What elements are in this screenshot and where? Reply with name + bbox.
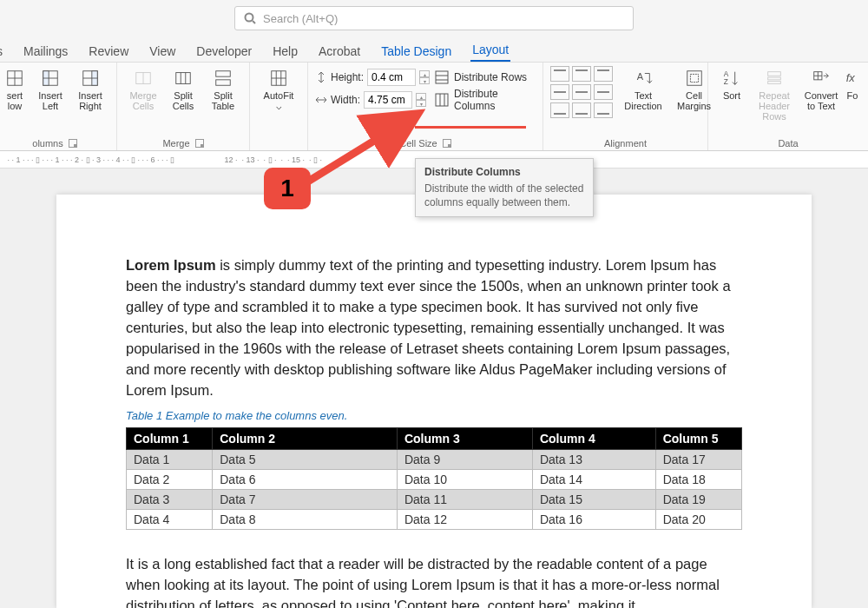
dialog-launcher-icon[interactable] bbox=[69, 139, 77, 148]
insert-right-button[interactable]: Insert Right bbox=[71, 66, 109, 113]
svg-rect-13 bbox=[176, 73, 191, 84]
svg-rect-27 bbox=[436, 94, 448, 106]
width-icon bbox=[315, 94, 327, 106]
svg-rect-36 bbox=[768, 72, 781, 76]
group-autofit: AutoFit⌵ bbox=[250, 63, 308, 150]
group-cell-size: Height: ▴▾ Width: ▴▾ Distribute Rows bbox=[308, 63, 543, 150]
document-area: Lorem Ipsum is simply dummy text of the … bbox=[0, 169, 868, 608]
dialog-launcher-icon[interactable] bbox=[195, 139, 204, 148]
svg-rect-17 bbox=[216, 80, 231, 85]
ribbon-tabs: s Mailings Review View Developer Help Ac… bbox=[0, 36, 868, 63]
height-label: Height: bbox=[331, 71, 364, 83]
height-spinner[interactable]: ▴▾ bbox=[419, 70, 430, 84]
repeat-header-rows-button[interactable]: Repeat Header Rows bbox=[750, 66, 799, 123]
paragraph-2[interactable]: It is a long established fact that a rea… bbox=[126, 554, 742, 608]
tooltip-body: Distribute the width of the selected col… bbox=[424, 182, 584, 209]
convert-to-text-button[interactable]: Convert to Text bbox=[800, 66, 842, 123]
svg-text:A: A bbox=[724, 70, 729, 78]
svg-line-1 bbox=[253, 21, 255, 23]
tab-acrobat[interactable]: Acrobat bbox=[317, 41, 362, 62]
distribute-columns-button[interactable]: Distribute Columns bbox=[430, 89, 536, 111]
svg-rect-38 bbox=[768, 82, 781, 84]
svg-rect-32 bbox=[690, 74, 698, 82]
svg-text:A: A bbox=[637, 71, 644, 82]
group-rows-columns: sertlow Insert Left Insert Right olumns bbox=[0, 63, 117, 150]
col-header[interactable]: Column 1 bbox=[127, 428, 213, 450]
ribbon: sertlow Insert Left Insert Right olumns … bbox=[0, 63, 868, 151]
svg-rect-16 bbox=[216, 71, 231, 76]
search-placeholder: Search (Alt+Q) bbox=[263, 12, 338, 25]
width-input[interactable] bbox=[364, 91, 412, 109]
col-header[interactable]: Column 2 bbox=[213, 428, 398, 450]
group-alignment: A Text Direction Cell Margins Alignment bbox=[543, 63, 708, 150]
data-table[interactable]: Column 1 Column 2 Column 3 Column 4 Colu… bbox=[126, 427, 742, 530]
height-icon bbox=[315, 71, 327, 83]
width-spinner[interactable]: ▴▾ bbox=[416, 93, 426, 107]
text-direction-button[interactable]: A Text Direction bbox=[621, 66, 665, 113]
tab-layout[interactable]: Layout bbox=[470, 39, 510, 62]
autofit-button[interactable]: AutoFit⌵ bbox=[257, 66, 300, 113]
split-cells-button[interactable]: Split Cells bbox=[164, 66, 202, 113]
tab-help[interactable]: Help bbox=[271, 41, 299, 62]
group-data: AZ Sort Repeat Header Rows Convert to Te… bbox=[708, 63, 868, 150]
svg-point-0 bbox=[246, 14, 253, 22]
paragraph-1[interactable]: Lorem Ipsum is simply dummy text of the … bbox=[126, 255, 742, 400]
tooltip: Distribute Columns Distribute the width … bbox=[415, 158, 594, 217]
tab-mailings[interactable]: Mailings bbox=[22, 41, 69, 62]
svg-rect-37 bbox=[768, 77, 781, 80]
search-icon bbox=[244, 12, 256, 24]
insert-left-button[interactable]: Insert Left bbox=[31, 66, 69, 113]
tab-truncated[interactable]: s bbox=[0, 41, 4, 62]
search-box[interactable]: Search (Alt+Q) bbox=[234, 6, 634, 30]
table-caption[interactable]: Table 1 Example to make the columns even… bbox=[126, 409, 742, 422]
tab-view[interactable]: View bbox=[148, 41, 177, 62]
svg-rect-24 bbox=[436, 71, 448, 83]
tab-developer[interactable]: Developer bbox=[194, 41, 253, 62]
tooltip-title: Distribute Columns bbox=[424, 166, 584, 178]
alignment-grid[interactable] bbox=[550, 66, 613, 118]
table-row: Data 4Data 8Data 12Data 16Data 20 bbox=[127, 510, 742, 530]
width-label: Width: bbox=[331, 94, 360, 106]
split-table-button[interactable]: Split Table bbox=[204, 66, 242, 113]
table-row: Data 2Data 6Data 10Data 14Data 18 bbox=[127, 470, 742, 490]
svg-rect-31 bbox=[687, 71, 701, 86]
page[interactable]: Lorem Ipsum is simply dummy text of the … bbox=[56, 195, 812, 608]
sort-button[interactable]: AZ Sort bbox=[715, 66, 748, 123]
table-row: Data 3Data 7Data 11Data 15Data 19 bbox=[127, 490, 742, 510]
group-merge: Merge Cells Split Cells Split Table Merg… bbox=[117, 63, 250, 150]
svg-text:fx: fx bbox=[846, 71, 856, 84]
col-header[interactable]: Column 3 bbox=[397, 428, 532, 450]
annotation-underline bbox=[415, 126, 526, 129]
dialog-launcher-icon[interactable] bbox=[443, 139, 451, 148]
distribute-rows-button[interactable]: Distribute Rows bbox=[430, 66, 536, 89]
table-row: Data 1Data 5Data 9Data 13Data 17 bbox=[127, 450, 742, 470]
insert-below-button[interactable]: sertlow bbox=[0, 66, 30, 113]
tab-table-design[interactable]: Table Design bbox=[379, 41, 453, 62]
formula-button[interactable]: fx Fo bbox=[844, 66, 861, 123]
svg-text:Z: Z bbox=[724, 78, 728, 86]
col-header[interactable]: Column 4 bbox=[532, 428, 655, 450]
merge-cells-button[interactable]: Merge Cells bbox=[124, 66, 162, 113]
height-input[interactable] bbox=[367, 69, 416, 86]
tab-review[interactable]: Review bbox=[87, 41, 130, 62]
title-bar: Search (Alt+Q) bbox=[0, 0, 868, 36]
annotation-callout: 1 bbox=[264, 168, 311, 209]
col-header[interactable]: Column 5 bbox=[655, 428, 741, 450]
